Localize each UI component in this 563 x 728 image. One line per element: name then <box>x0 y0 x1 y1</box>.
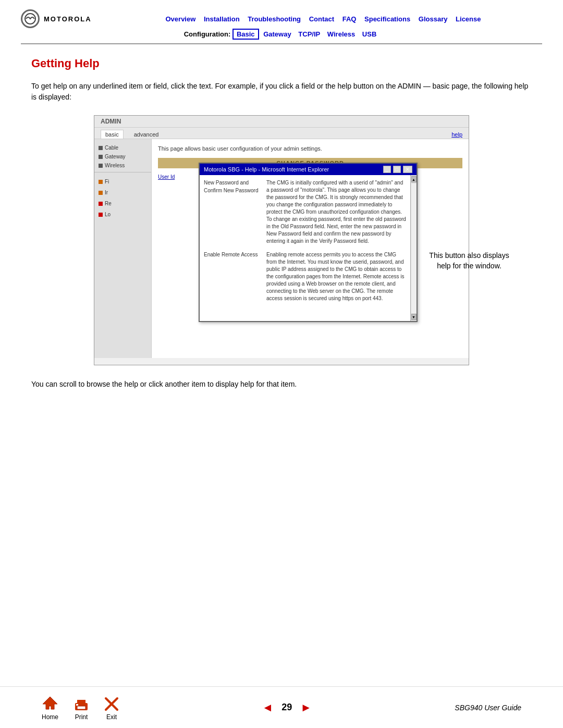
config-gateway-link[interactable]: Gateway <box>263 30 291 38</box>
inner-tab-help[interactable]: help <box>451 131 462 138</box>
config-usb-link[interactable]: USB <box>362 30 376 38</box>
nav-overview[interactable]: Overview <box>166 15 196 23</box>
sidebar-item-gateway[interactable]: Gateway <box>94 152 151 161</box>
svg-marker-1 <box>43 697 57 709</box>
help-field-name-new-pwd: New Password andConfirm New Password <box>204 179 261 245</box>
nav-faq[interactable]: FAQ <box>342 15 357 23</box>
help-section-new-password: New Password andConfirm New Password The… <box>204 179 406 245</box>
main-content: Getting Help To get help on any underlin… <box>0 57 563 388</box>
inner-main-panel: This page allows basic user configuratio… <box>152 139 469 358</box>
bottom-text: You can scroll to browse the help or cli… <box>31 380 532 388</box>
help-popup-scrollbar[interactable]: ▲ ▼ <box>410 175 417 321</box>
ir-icon <box>99 191 103 195</box>
nav-contact[interactable]: Contact <box>309 15 334 23</box>
help-field-name-remote: Enable Remote Access <box>204 251 261 302</box>
inner-tab-basic[interactable]: basic <box>101 130 124 139</box>
sidebar-label-ir: Ir <box>105 190 108 195</box>
next-page-button[interactable]: ► <box>300 701 312 714</box>
minimize-button[interactable]: _ <box>383 166 391 173</box>
help-field-desc-remote: Enabling remote access permits you to ac… <box>266 251 406 302</box>
help-popup-title-text: Motorola SBG - Help - Microsoft Internet… <box>204 166 329 172</box>
sidebar-item-wireless[interactable]: Wireless <box>94 161 151 170</box>
svg-rect-5 <box>76 704 78 706</box>
exit-icon <box>104 697 119 711</box>
re-icon <box>99 202 103 206</box>
config-label: Configuration: <box>184 30 231 38</box>
sidebar-item-lo[interactable]: Lo <box>94 210 151 219</box>
header: MOTOROLA Overview Installation Troublesh… <box>0 0 563 57</box>
nav-license[interactable]: License <box>456 15 481 23</box>
intro-text: To get help on any underlined item or fi… <box>31 81 532 103</box>
nav-installation[interactable]: Installation <box>204 15 240 23</box>
wireless-icon <box>99 164 103 168</box>
logo-area: MOTOROLA <box>21 9 104 28</box>
scroll-down-arrow[interactable]: ▼ <box>411 314 417 320</box>
screenshot-box: ADMIN basic advanced help Cable Gatewa <box>94 115 469 365</box>
header-divider <box>21 43 542 44</box>
sidebar-item-ir[interactable]: Ir <box>94 188 151 197</box>
nav-troubleshooting[interactable]: Troubleshooting <box>248 15 301 23</box>
inner-tabs: basic advanced help <box>94 128 469 139</box>
admin-bar: ADMIN <box>94 116 469 128</box>
screenshot-container: ADMIN basic advanced help Cable Gatewa <box>31 115 532 365</box>
sidebar-label-cable: Cable <box>105 145 118 151</box>
motorola-logo-icon <box>21 9 40 28</box>
svg-rect-4 <box>77 706 85 709</box>
inner-tab-advanced[interactable]: advanced <box>130 130 163 139</box>
page-nav: ◄ 29 ► <box>262 701 312 714</box>
sidebar-label-fi: Fi <box>105 179 109 184</box>
nav-links: Overview Installation Troubleshooting Co… <box>104 15 542 23</box>
help-popup-title-bar: Motorola SBG - Help - Microsoft Internet… <box>200 164 417 175</box>
help-field-desc-new-pwd: The CMG is initially configured with a u… <box>266 179 406 245</box>
footer-icons: Home Print Exit <box>42 695 119 721</box>
nav-glossary[interactable]: Glossary <box>419 15 448 23</box>
motorola-brand: MOTOROLA <box>44 15 92 23</box>
fi-icon <box>99 180 103 184</box>
config-wireless-link[interactable]: Wireless <box>327 30 355 38</box>
exit-icon-item[interactable]: Exit <box>104 697 119 721</box>
print-label: Print <box>75 713 88 721</box>
maximize-button[interactable]: □ <box>393 166 401 173</box>
inner-sidebar: Cable Gateway Wireless Fi <box>94 139 152 358</box>
sidebar-label-lo: Lo <box>105 212 111 217</box>
help-section-remote-access: Enable Remote Access Enabling remote acc… <box>204 251 406 302</box>
inner-content-area: Cable Gateway Wireless Fi <box>94 139 469 358</box>
sidebar-item-fi[interactable]: Fi <box>94 177 151 186</box>
page-number: 29 <box>282 702 292 713</box>
home-icon <box>42 695 58 711</box>
annotation-text: This button also displays help for the w… <box>427 251 511 271</box>
exit-label: Exit <box>106 713 117 721</box>
config-tcpip-link[interactable]: TCP/IP <box>298 30 320 38</box>
print-icon-item[interactable]: Print <box>73 699 90 721</box>
config-basic-link[interactable]: Basic <box>232 29 259 40</box>
sidebar-item-cable[interactable]: Cable <box>94 143 151 152</box>
page-title: Getting Help <box>31 57 532 70</box>
home-label: Home <box>42 713 58 721</box>
inner-description: This page allows basic user configuratio… <box>158 145 462 152</box>
help-popup-controls: _ □ ✕ <box>383 166 412 173</box>
footer-title: SBG940 User Guide <box>455 704 521 712</box>
svg-rect-3 <box>77 700 85 704</box>
gateway-icon <box>99 155 103 159</box>
config-row: Configuration: Basic Gateway TCP/IP Wire… <box>21 30 542 41</box>
nav-specifications[interactable]: Specifications <box>364 15 410 23</box>
sidebar-label-wireless: Wireless <box>105 163 125 168</box>
scroll-up-arrow[interactable]: ▲ <box>411 176 417 182</box>
sidebar-label-re: Re <box>105 201 112 206</box>
cable-icon <box>99 146 103 150</box>
help-popup-content: New Password andConfirm New Password The… <box>200 175 410 321</box>
footer: Home Print Exit ◄ 29 ► SBG940 User Guide <box>0 686 563 728</box>
sidebar-label-gateway: Gateway <box>105 154 125 159</box>
close-button[interactable]: ✕ <box>403 166 412 173</box>
print-icon <box>73 699 90 711</box>
help-popup: Motorola SBG - Help - Microsoft Internet… <box>199 163 418 322</box>
lo-icon <box>99 213 103 217</box>
help-popup-body: New Password andConfirm New Password The… <box>200 175 417 321</box>
sidebar-item-re[interactable]: Re <box>94 199 151 208</box>
home-icon-item[interactable]: Home <box>42 695 58 721</box>
prev-page-button[interactable]: ◄ <box>262 701 273 714</box>
